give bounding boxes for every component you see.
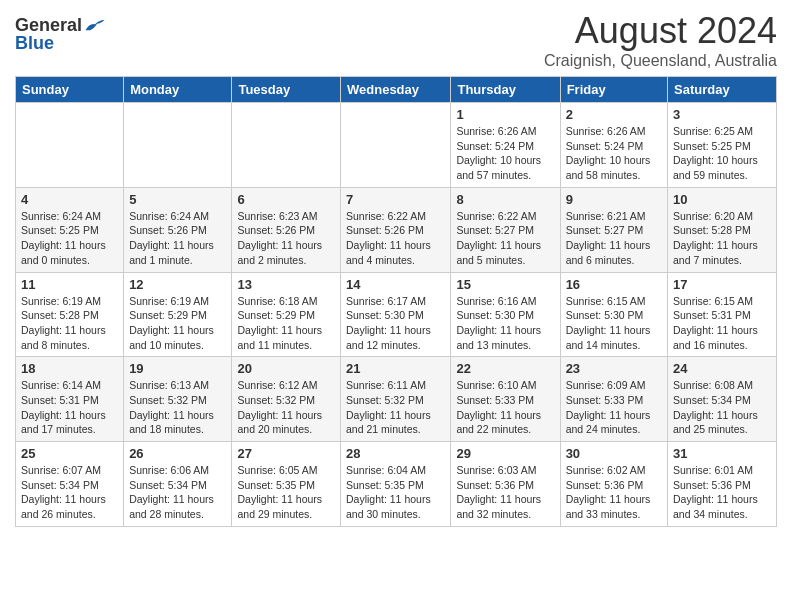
day-info: Sunrise: 6:07 AMSunset: 5:34 PMDaylight:… <box>21 463 118 522</box>
day-info: Sunrise: 6:13 AMSunset: 5:32 PMDaylight:… <box>129 378 226 437</box>
day-number: 30 <box>566 446 662 461</box>
day-info: Sunrise: 6:26 AMSunset: 5:24 PMDaylight:… <box>456 124 554 183</box>
day-info: Sunrise: 6:02 AMSunset: 5:36 PMDaylight:… <box>566 463 662 522</box>
day-number: 14 <box>346 277 445 292</box>
calendar-cell: 26Sunrise: 6:06 AMSunset: 5:34 PMDayligh… <box>124 442 232 527</box>
col-header-sunday: Sunday <box>16 77 124 103</box>
day-info: Sunrise: 6:17 AMSunset: 5:30 PMDaylight:… <box>346 294 445 353</box>
day-number: 27 <box>237 446 335 461</box>
calendar-table: SundayMondayTuesdayWednesdayThursdayFrid… <box>15 76 777 527</box>
day-info: Sunrise: 6:05 AMSunset: 5:35 PMDaylight:… <box>237 463 335 522</box>
day-number: 2 <box>566 107 662 122</box>
day-info: Sunrise: 6:03 AMSunset: 5:36 PMDaylight:… <box>456 463 554 522</box>
calendar-cell: 18Sunrise: 6:14 AMSunset: 5:31 PMDayligh… <box>16 357 124 442</box>
calendar-cell: 21Sunrise: 6:11 AMSunset: 5:32 PMDayligh… <box>341 357 451 442</box>
day-info: Sunrise: 6:18 AMSunset: 5:29 PMDaylight:… <box>237 294 335 353</box>
day-info: Sunrise: 6:23 AMSunset: 5:26 PMDaylight:… <box>237 209 335 268</box>
day-info: Sunrise: 6:26 AMSunset: 5:24 PMDaylight:… <box>566 124 662 183</box>
day-number: 21 <box>346 361 445 376</box>
day-number: 31 <box>673 446 771 461</box>
day-number: 22 <box>456 361 554 376</box>
day-number: 28 <box>346 446 445 461</box>
month-title: August 2024 <box>544 10 777 52</box>
calendar-cell: 8Sunrise: 6:22 AMSunset: 5:27 PMDaylight… <box>451 187 560 272</box>
calendar-cell: 19Sunrise: 6:13 AMSunset: 5:32 PMDayligh… <box>124 357 232 442</box>
day-number: 26 <box>129 446 226 461</box>
day-info: Sunrise: 6:20 AMSunset: 5:28 PMDaylight:… <box>673 209 771 268</box>
location-title: Craignish, Queensland, Australia <box>544 52 777 70</box>
day-number: 7 <box>346 192 445 207</box>
day-info: Sunrise: 6:19 AMSunset: 5:29 PMDaylight:… <box>129 294 226 353</box>
day-number: 18 <box>21 361 118 376</box>
calendar-cell: 17Sunrise: 6:15 AMSunset: 5:31 PMDayligh… <box>668 272 777 357</box>
col-header-wednesday: Wednesday <box>341 77 451 103</box>
day-info: Sunrise: 6:14 AMSunset: 5:31 PMDaylight:… <box>21 378 118 437</box>
day-info: Sunrise: 6:22 AMSunset: 5:26 PMDaylight:… <box>346 209 445 268</box>
day-number: 5 <box>129 192 226 207</box>
calendar-cell: 6Sunrise: 6:23 AMSunset: 5:26 PMDaylight… <box>232 187 341 272</box>
col-header-friday: Friday <box>560 77 667 103</box>
calendar-cell: 3Sunrise: 6:25 AMSunset: 5:25 PMDaylight… <box>668 103 777 188</box>
calendar-cell: 24Sunrise: 6:08 AMSunset: 5:34 PMDayligh… <box>668 357 777 442</box>
day-info: Sunrise: 6:21 AMSunset: 5:27 PMDaylight:… <box>566 209 662 268</box>
day-number: 4 <box>21 192 118 207</box>
calendar-cell: 27Sunrise: 6:05 AMSunset: 5:35 PMDayligh… <box>232 442 341 527</box>
day-info: Sunrise: 6:01 AMSunset: 5:36 PMDaylight:… <box>673 463 771 522</box>
day-number: 10 <box>673 192 771 207</box>
day-number: 20 <box>237 361 335 376</box>
calendar-cell: 4Sunrise: 6:24 AMSunset: 5:25 PMDaylight… <box>16 187 124 272</box>
title-block: August 2024 Craignish, Queensland, Austr… <box>544 10 777 70</box>
day-number: 15 <box>456 277 554 292</box>
logo-general-text: General <box>15 16 82 34</box>
day-number: 16 <box>566 277 662 292</box>
day-info: Sunrise: 6:04 AMSunset: 5:35 PMDaylight:… <box>346 463 445 522</box>
day-info: Sunrise: 6:15 AMSunset: 5:30 PMDaylight:… <box>566 294 662 353</box>
calendar-cell <box>124 103 232 188</box>
day-number: 17 <box>673 277 771 292</box>
day-info: Sunrise: 6:22 AMSunset: 5:27 PMDaylight:… <box>456 209 554 268</box>
day-number: 3 <box>673 107 771 122</box>
day-number: 24 <box>673 361 771 376</box>
day-number: 1 <box>456 107 554 122</box>
day-info: Sunrise: 6:25 AMSunset: 5:25 PMDaylight:… <box>673 124 771 183</box>
day-info: Sunrise: 6:10 AMSunset: 5:33 PMDaylight:… <box>456 378 554 437</box>
day-number: 29 <box>456 446 554 461</box>
logo: General Blue <box>15 16 106 52</box>
day-number: 8 <box>456 192 554 207</box>
calendar-cell <box>16 103 124 188</box>
day-info: Sunrise: 6:24 AMSunset: 5:26 PMDaylight:… <box>129 209 226 268</box>
day-info: Sunrise: 6:24 AMSunset: 5:25 PMDaylight:… <box>21 209 118 268</box>
calendar-cell: 9Sunrise: 6:21 AMSunset: 5:27 PMDaylight… <box>560 187 667 272</box>
day-number: 9 <box>566 192 662 207</box>
day-info: Sunrise: 6:06 AMSunset: 5:34 PMDaylight:… <box>129 463 226 522</box>
day-info: Sunrise: 6:19 AMSunset: 5:28 PMDaylight:… <box>21 294 118 353</box>
calendar-cell: 20Sunrise: 6:12 AMSunset: 5:32 PMDayligh… <box>232 357 341 442</box>
calendar-cell: 31Sunrise: 6:01 AMSunset: 5:36 PMDayligh… <box>668 442 777 527</box>
calendar-cell: 10Sunrise: 6:20 AMSunset: 5:28 PMDayligh… <box>668 187 777 272</box>
day-number: 25 <box>21 446 118 461</box>
day-info: Sunrise: 6:08 AMSunset: 5:34 PMDaylight:… <box>673 378 771 437</box>
col-header-tuesday: Tuesday <box>232 77 341 103</box>
calendar-cell: 13Sunrise: 6:18 AMSunset: 5:29 PMDayligh… <box>232 272 341 357</box>
logo-blue-text: Blue <box>15 34 54 52</box>
calendar-cell: 30Sunrise: 6:02 AMSunset: 5:36 PMDayligh… <box>560 442 667 527</box>
day-number: 13 <box>237 277 335 292</box>
calendar-cell: 23Sunrise: 6:09 AMSunset: 5:33 PMDayligh… <box>560 357 667 442</box>
logo-bird-icon <box>84 16 106 34</box>
day-number: 11 <box>21 277 118 292</box>
calendar-cell: 7Sunrise: 6:22 AMSunset: 5:26 PMDaylight… <box>341 187 451 272</box>
day-info: Sunrise: 6:12 AMSunset: 5:32 PMDaylight:… <box>237 378 335 437</box>
calendar-cell: 15Sunrise: 6:16 AMSunset: 5:30 PMDayligh… <box>451 272 560 357</box>
col-header-saturday: Saturday <box>668 77 777 103</box>
page-header: General Blue August 2024 Craignish, Quee… <box>15 10 777 70</box>
col-header-thursday: Thursday <box>451 77 560 103</box>
day-number: 12 <box>129 277 226 292</box>
calendar-cell: 16Sunrise: 6:15 AMSunset: 5:30 PMDayligh… <box>560 272 667 357</box>
col-header-monday: Monday <box>124 77 232 103</box>
calendar-cell: 2Sunrise: 6:26 AMSunset: 5:24 PMDaylight… <box>560 103 667 188</box>
calendar-cell: 25Sunrise: 6:07 AMSunset: 5:34 PMDayligh… <box>16 442 124 527</box>
day-info: Sunrise: 6:15 AMSunset: 5:31 PMDaylight:… <box>673 294 771 353</box>
day-number: 23 <box>566 361 662 376</box>
day-number: 6 <box>237 192 335 207</box>
calendar-cell: 5Sunrise: 6:24 AMSunset: 5:26 PMDaylight… <box>124 187 232 272</box>
